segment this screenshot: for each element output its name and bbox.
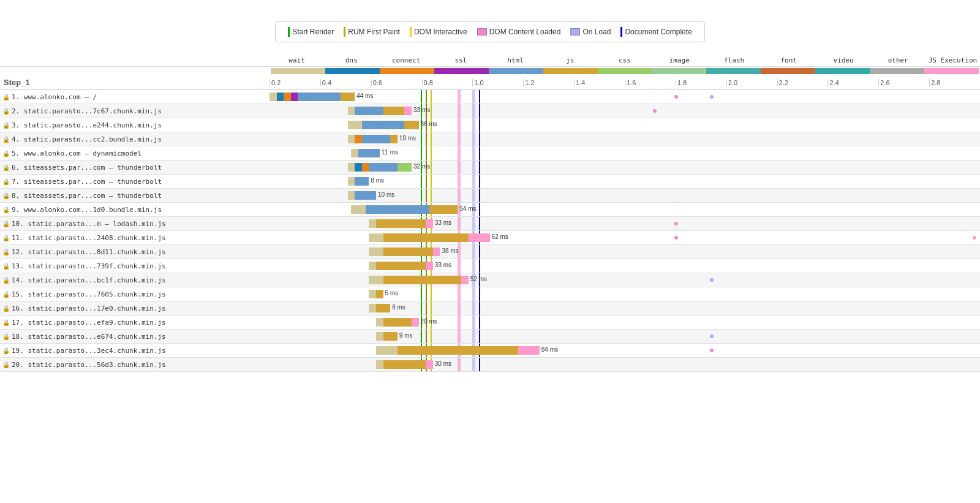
type-color-bar	[543, 68, 598, 74]
bar-segment	[348, 135, 355, 143]
marker-document-complete	[479, 287, 480, 301]
request-label-cell: 🔒12. static.parasto...8d11.chunk.min.js	[0, 245, 270, 259]
type-header-label: flash	[707, 56, 761, 64]
marker-start-render	[421, 132, 422, 146]
request-label: 7. siteassets.par...com – thunderbolt	[12, 178, 162, 186]
scale-marker: 1.8	[676, 79, 726, 86]
scale-marker: 0.8	[422, 79, 473, 86]
request-label-cell: 🔒1. www.alonko.com – /	[0, 90, 270, 104]
type-header-label: image	[652, 56, 707, 64]
request-label-cell: 🔒13. static.parasto...739f.chunk.min.js	[0, 259, 270, 273]
request-ms-label: 84 ms	[541, 346, 558, 353]
request-ms-label: 9 ms	[399, 332, 413, 339]
request-ms-label: 36 ms	[421, 121, 437, 127]
page-title	[0, 0, 980, 21]
request-label: 4. static.parasto...cc2.bundle.min.js	[12, 135, 162, 143]
scale-marker: 2.2	[777, 79, 828, 86]
type-color-bar	[706, 68, 761, 74]
request-bar	[348, 163, 412, 172]
lock-icon: 🔒	[2, 192, 10, 199]
request-label: 18. static.parasto...e674.chunk.min.js	[12, 333, 166, 341]
request-label: 8. siteassets.par...com – thunderbolt	[12, 192, 162, 200]
request-chart-cell: 54 ms	[270, 203, 980, 217]
bar-segment	[404, 121, 418, 129]
lock-icon: 🔒	[2, 277, 10, 284]
marker-dom-content-loaded	[458, 161, 461, 174]
marker-dom-interactive	[431, 104, 432, 118]
request-bar	[348, 107, 412, 115]
bar-segment	[369, 304, 376, 312]
bar-segment	[433, 248, 440, 256]
legend-item: Start Render	[288, 27, 334, 37]
request-bar	[348, 177, 369, 186]
bar-segment	[369, 233, 383, 242]
request-label: 10. static.parasto...m – lodash.min.js	[12, 220, 166, 228]
dot-marker	[710, 95, 714, 99]
request-chart-cell: 8 ms	[270, 175, 980, 189]
request-chart-cell: 32 ms	[270, 161, 980, 175]
bar-segment	[376, 219, 426, 228]
marker-on-load	[472, 301, 475, 315]
request-bar	[351, 149, 379, 157]
request-ms-label: 33 ms	[413, 107, 430, 113]
request-label-cell: 🔒4. static.parasto...cc2.bundle.min.js	[0, 132, 270, 146]
marker-dom-content-loaded	[458, 189, 461, 202]
request-chart-cell: 5 ms	[270, 287, 980, 301]
request-label-cell: 🔒15. static.parasto...7605.chunk.min.js	[0, 287, 270, 301]
marker-rum-first-paint	[426, 301, 427, 315]
bar-segment	[426, 219, 433, 228]
scale-marker: 0.2	[270, 79, 320, 86]
type-color-bar	[598, 68, 652, 74]
marker-document-complete	[479, 358, 480, 371]
request-label: 16. static.parasto...17e0.chunk.min.js	[12, 304, 166, 312]
marker-on-load	[472, 90, 475, 104]
marker-start-render	[421, 146, 422, 160]
table-row: 🔒6. siteassets.par...com – thunderbolt32…	[0, 161, 980, 175]
request-ms-label: 44 ms	[356, 93, 373, 99]
request-label: 9. www.alonko.com...1d0.bundle.min.js	[12, 206, 162, 214]
table-row: 🔒8. siteassets.par...com – thunderbolt10…	[0, 189, 980, 203]
request-chart-cell: 9 ms	[270, 330, 980, 344]
table-row: 🔒14. static.parasto...bc1f.chunk.min.js5…	[0, 273, 980, 287]
request-label-cell: 🔒6. siteassets.par...com – thunderbolt	[0, 161, 270, 175]
request-label: 6. siteassets.par...com – thunderbolt	[12, 164, 162, 172]
table-row: 🔒20. static.parasto...56d3.chunk.min.js3…	[0, 358, 980, 372]
marker-start-render	[421, 90, 422, 104]
table-row: 🔒9. www.alonko.com...1d0.bundle.min.js54…	[0, 203, 980, 217]
table-row: 🔒1. www.alonko.com – /44 ms	[0, 90, 980, 104]
bar-segment	[426, 360, 433, 369]
bar-segment	[355, 135, 362, 143]
marker-dom-interactive	[431, 287, 432, 301]
marker-dom-interactive	[431, 161, 432, 174]
lock-icon: 🔒	[2, 136, 10, 143]
marker-dom-interactive	[431, 90, 432, 104]
table-row: 🔒18. static.parasto...e674.chunk.min.js9…	[0, 330, 980, 344]
marker-on-load	[472, 245, 475, 259]
request-bar	[369, 304, 390, 312]
request-ms-label: 19 ms	[399, 135, 416, 142]
type-header-label: html	[488, 56, 543, 64]
marker-start-render	[421, 301, 422, 315]
marker-document-complete	[479, 161, 480, 174]
type-color-bar	[489, 68, 543, 74]
table-row: 🔒5. www.alonko.com – dynamicmodel11 ms	[0, 146, 980, 161]
marker-dom-content-loaded	[458, 175, 461, 188]
marker-rum-first-paint	[426, 189, 427, 202]
request-label-cell: 🔒16. static.parasto...17e0.chunk.min.js	[0, 301, 270, 316]
type-header-label: JS Execution	[925, 56, 980, 64]
marker-on-load	[472, 175, 475, 188]
marker-start-render	[421, 287, 422, 301]
request-label-cell: 🔒7. siteassets.par...com – thunderbolt	[0, 175, 270, 189]
request-ms-label: 38 ms	[442, 248, 458, 254]
request-label-cell: 🔒10. static.parasto...m – lodash.min.js	[0, 217, 270, 231]
lock-icon: 🔒	[2, 305, 10, 312]
legend-bar: Start RenderRUM First PaintDOM Interacti…	[275, 21, 705, 42]
type-header-label: font	[761, 56, 816, 64]
empty-color	[0, 67, 270, 76]
request-label: 17. static.parasto...efa9.chunk.min.js	[12, 319, 166, 327]
type-color-bar	[924, 68, 979, 74]
request-ms-label: 10 ms	[378, 191, 394, 198]
marker-start-render	[421, 189, 422, 202]
marker-on-load	[472, 259, 475, 273]
empty-header	[0, 55, 270, 67]
